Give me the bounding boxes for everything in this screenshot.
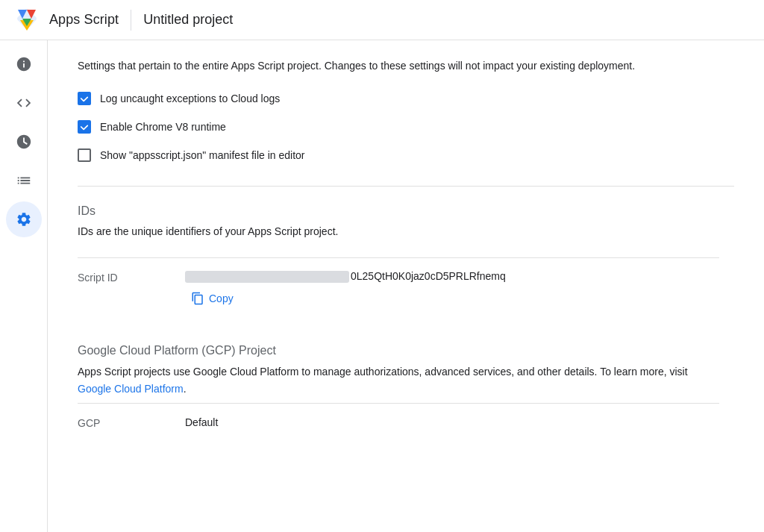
- checkmark-icon: [80, 94, 89, 103]
- copy-script-id-button[interactable]: Copy: [185, 289, 239, 308]
- gcp-desc-part1: Apps Script projects use Google Cloud Pl…: [78, 366, 688, 378]
- checkbox-group: Log uncaught exceptions to Cloud logs En…: [78, 92, 734, 162]
- gcp-field-row: GCP Default: [78, 403, 719, 441]
- project-name-label: Untitled project: [143, 12, 233, 28]
- checkbox-chrome-v8[interactable]: Enable Chrome V8 runtime: [78, 120, 734, 134]
- sidebar-item-info[interactable]: [6, 46, 42, 82]
- info-icon: [16, 56, 32, 72]
- checkbox-log-exceptions-label: Log uncaught exceptions to Cloud logs: [100, 93, 280, 104]
- gear-icon: [16, 211, 32, 228]
- sidebar-item-executions[interactable]: [6, 163, 42, 198]
- gcp-section-title: Google Cloud Platform (GCP) Project: [78, 344, 734, 357]
- sidebar: [0, 40, 48, 532]
- script-id-value-area: 0L25QtH0K0jaz0cD5PRLRfnemq Copy: [185, 270, 719, 308]
- ids-divider: [78, 186, 734, 187]
- gcp-description: Apps Script projects use Google Cloud Pl…: [78, 363, 689, 397]
- sidebar-item-editor[interactable]: [6, 85, 42, 121]
- checkbox-chrome-v8-box: [78, 120, 91, 134]
- clock-icon: [16, 134, 32, 150]
- checkbox-log-exceptions[interactable]: Log uncaught exceptions to Cloud logs: [78, 92, 734, 105]
- script-id-label: Script ID: [78, 270, 167, 284]
- main-content: Settings that pertain to the entire Apps…: [48, 40, 764, 532]
- header-divider: [131, 10, 131, 31]
- copy-icon: [191, 292, 204, 305]
- app-header: Apps Script Untitled project: [0, 0, 764, 40]
- gcp-field-label: GCP: [78, 416, 167, 429]
- checkbox-show-manifest-label: Show "appsscript.json" manifest file in …: [100, 149, 305, 161]
- gcp-desc-part2: .: [184, 383, 187, 395]
- script-id-visible-part: 0L25QtH0K0jaz0cD5PRLRfnemq: [351, 270, 506, 282]
- checkbox-chrome-v8-label: Enable Chrome V8 runtime: [100, 121, 226, 133]
- ids-section-description: IDs are the unique identifiers of your A…: [78, 224, 734, 240]
- checkbox-show-manifest-box: [78, 148, 91, 162]
- sidebar-item-triggers[interactable]: [6, 124, 42, 160]
- checkbox-log-exceptions-box: [78, 92, 91, 105]
- ids-section: IDs IDs are the unique identifiers of yo…: [78, 204, 734, 320]
- executions-icon: [16, 172, 32, 189]
- script-id-row: Script ID 0L25QtH0K0jaz0cD5PRLRfnemq Cop…: [78, 257, 719, 320]
- apps-script-logo-icon: [12, 5, 42, 35]
- checkbox-show-manifest[interactable]: Show "appsscript.json" manifest file in …: [78, 148, 734, 162]
- script-id-value: 0L25QtH0K0jaz0cD5PRLRfnemq: [185, 270, 719, 283]
- copy-button-label: Copy: [209, 292, 234, 304]
- sidebar-item-settings[interactable]: [6, 201, 42, 237]
- main-layout: Settings that pertain to the entire Apps…: [0, 40, 764, 532]
- gcp-platform-link[interactable]: Google Cloud Platform: [78, 383, 184, 395]
- editor-icon: [16, 95, 32, 111]
- app-name-label: Apps Script: [49, 12, 119, 28]
- settings-intro-text: Settings that pertain to the entire Apps…: [78, 58, 689, 74]
- ids-section-title: IDs: [78, 204, 734, 218]
- script-id-blurred-part: [185, 271, 349, 283]
- gcp-section: Google Cloud Platform (GCP) Project Apps…: [78, 344, 734, 441]
- header-logo: Apps Script: [12, 5, 119, 35]
- checkmark-icon-2: [80, 122, 89, 131]
- gcp-field-value: Default: [185, 416, 218, 428]
